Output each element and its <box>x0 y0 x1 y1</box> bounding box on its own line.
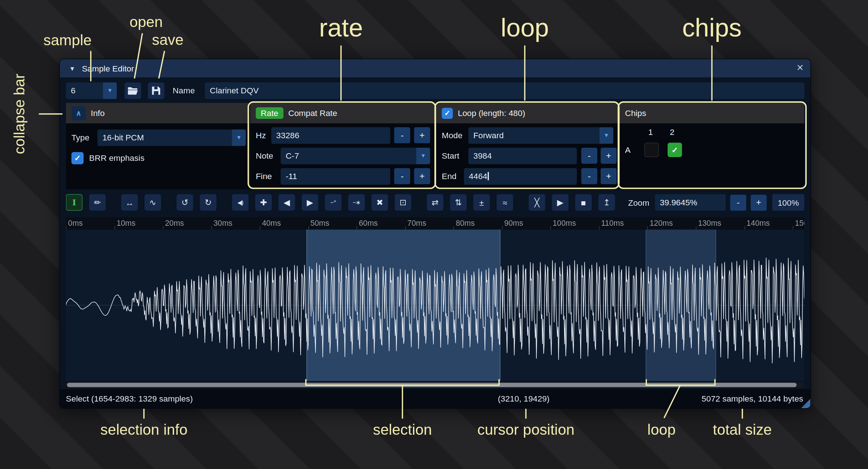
hz-value: 33286 <box>276 131 299 140</box>
resize-button[interactable]: ↔ <box>121 194 138 210</box>
note-label: Note <box>256 148 273 164</box>
fade-in-button[interactable]: ◀ <box>278 194 295 210</box>
window-titlebar[interactable]: ▼ Sample Editor ✕ <box>60 59 810 77</box>
draw-tool-icon: ✏ <box>94 197 101 207</box>
end-minus-button[interactable]: - <box>581 168 597 184</box>
chevron-down-icon[interactable]: ▼ <box>416 148 430 164</box>
insert-silence-button[interactable]: −⁺ <box>325 194 342 210</box>
invert-button[interactable]: ⇅ <box>450 194 467 210</box>
loop-mode-select[interactable]: Forward ▼ <box>468 127 614 144</box>
ruler-label: 110ms <box>601 218 624 227</box>
annotation-rate: rate <box>319 13 363 42</box>
fade-out-icon: ▶ <box>307 197 313 207</box>
hz-minus-button[interactable]: - <box>394 127 410 143</box>
loop-panel: ✓ Loop (length: 480) Mode Forward ▼ Star… <box>436 103 618 189</box>
zoom-in-button[interactable]: + <box>751 194 767 210</box>
select-tool-icon: I <box>72 197 76 207</box>
zoom-input[interactable]: 39.9645% <box>655 194 726 210</box>
sign-icon: ± <box>479 198 484 207</box>
chip-2-checkbox[interactable]: ✓ <box>668 143 682 157</box>
chips-panel: Chips 1 2 A ✓ <box>620 103 805 189</box>
chip-1-checkbox[interactable] <box>644 143 659 157</box>
apply-silence-button[interactable]: −∗ <box>348 194 365 210</box>
amplify-icon: ◀) <box>238 199 243 206</box>
type-select[interactable]: 16-bit PCM ▼ <box>97 129 246 146</box>
ruler-label: 30ms <box>213 218 232 227</box>
waveform-view[interactable] <box>66 229 805 381</box>
sample-editor-window: ▼ Sample Editor ✕ 6 ▼ Name Clarinet DQV <box>59 59 811 409</box>
reverse-icon: ⇄ <box>432 197 439 207</box>
filter-button[interactable]: ≈ <box>497 194 513 210</box>
annotation-selection: selection <box>373 421 432 438</box>
resample-button[interactable]: ∿ <box>144 194 161 210</box>
ruler-label: 0ms <box>68 218 83 227</box>
collapse-panel-button[interactable]: ∧ <box>72 106 86 120</box>
trim-button[interactable]: ⊡ <box>395 194 412 210</box>
normalize-button[interactable]: ✚ <box>255 194 272 210</box>
fine-plus-button[interactable]: + <box>414 168 430 184</box>
start-plus-button[interactable]: + <box>601 148 617 164</box>
hz-plus-button[interactable]: + <box>414 127 430 143</box>
brr-emphasis-label: BRR emphasis <box>89 150 144 166</box>
waveform-scrollbar[interactable] <box>67 383 797 387</box>
name-value: Clarinet DQV <box>210 86 259 95</box>
ruler-label: 70ms <box>407 218 426 227</box>
fade-out-button[interactable]: ▶ <box>302 194 319 210</box>
amplify-button[interactable]: ◀) <box>232 194 249 210</box>
end-plus-button[interactable]: + <box>601 168 617 184</box>
note-select[interactable]: C-7 ▼ <box>281 148 430 164</box>
brr-emphasis-checkbox[interactable]: ✓ <box>72 152 84 164</box>
ruler-tick <box>308 226 309 229</box>
check-icon: ✓ <box>444 109 451 117</box>
rate-panel: Rate Compat Rate Hz 33286 - + Note C-7 ▼ <box>250 103 435 189</box>
chevron-down-icon[interactable]: ▼ <box>599 127 613 144</box>
open-sample-button[interactable] <box>124 82 141 99</box>
hz-input[interactable]: 33286 <box>271 127 390 144</box>
ruler-tick <box>599 226 600 229</box>
status-bar: Select (1654-2983: 1329 samples) (3210, … <box>60 389 810 408</box>
fine-input[interactable]: -11 <box>281 168 390 185</box>
ruler-tick <box>211 226 212 229</box>
stop-button[interactable]: ■ <box>575 194 592 210</box>
chevron-down-icon[interactable]: ▼ <box>103 82 117 99</box>
hz-label: Hz <box>256 127 266 144</box>
redo-button[interactable]: ↻ <box>200 194 217 210</box>
reverse-button[interactable]: ⇄ <box>427 194 444 210</box>
window-collapse-icon[interactable]: ▼ <box>69 65 76 71</box>
normalize-icon: ✚ <box>260 197 267 207</box>
preview-button[interactable]: ▶ <box>552 194 569 210</box>
undo-button[interactable]: ↺ <box>177 194 193 210</box>
draw-tool-button[interactable]: ✏ <box>89 194 106 210</box>
name-input[interactable]: Clarinet DQV <box>205 82 804 99</box>
loop-start-input[interactable]: 3984 <box>468 148 577 164</box>
delete-button[interactable]: ✖ <box>371 194 388 210</box>
zoom-reset-button[interactable]: 100% <box>772 194 805 210</box>
crossfade-button[interactable]: ╳ <box>529 194 545 210</box>
insert-silence-icon: −⁺ <box>331 199 336 206</box>
cursor-position-text: (3210, 19429) <box>498 394 549 403</box>
ruler-label: 140ms <box>747 218 770 227</box>
ruler-tick <box>405 226 406 229</box>
window-resize-grip[interactable] <box>801 399 810 408</box>
delete-icon: ✖ <box>376 197 383 207</box>
annotation-chips: chips <box>682 13 742 42</box>
sign-button[interactable]: ± <box>473 194 490 210</box>
ruler-label: 80ms <box>456 218 475 227</box>
loop-panel-title: Loop (length: 480) <box>458 108 525 118</box>
wavetable-button[interactable]: ↥ <box>598 194 615 210</box>
save-sample-button[interactable] <box>148 82 165 99</box>
chevron-down-icon[interactable]: ▼ <box>232 129 246 146</box>
loop-enable-checkbox[interactable]: ✓ <box>442 108 453 119</box>
sample-number-select[interactable]: 6 ▼ <box>66 82 117 99</box>
check-icon: ✓ <box>672 146 678 154</box>
ruler-tick <box>66 226 67 229</box>
start-minus-button[interactable]: - <box>581 148 597 164</box>
close-icon[interactable]: ✕ <box>796 62 804 73</box>
fine-minus-button[interactable]: - <box>394 168 410 184</box>
time-ruler[interactable]: 0ms10ms20ms30ms40ms50ms60ms70ms80ms90ms1… <box>66 217 805 230</box>
zoom-out-button[interactable]: - <box>730 194 746 210</box>
start-value: 3984 <box>473 151 492 160</box>
ruler-tick <box>356 226 357 229</box>
select-tool-button[interactable]: I <box>66 194 83 210</box>
loop-end-input[interactable]: 4464 <box>464 168 577 185</box>
